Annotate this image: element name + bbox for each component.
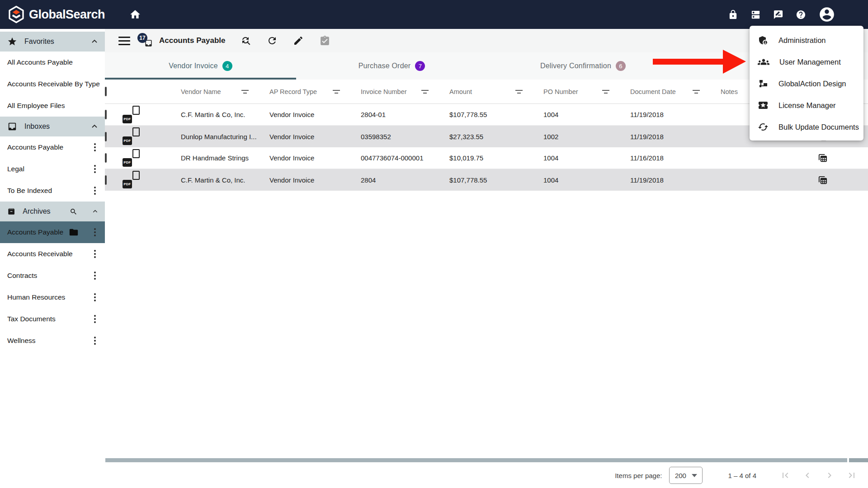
sidebar-item-archive-accounts-receivable[interactable]: Accounts Receivable — [0, 243, 105, 265]
cell-invoice-number: 2804 — [361, 176, 449, 184]
sidebar-item-archive-wellness[interactable]: Wellness — [0, 330, 105, 352]
cell-document-date: 11/19/2018 — [630, 176, 721, 184]
tab-vendor-invoice[interactable]: Vendor Invoice 4 — [105, 52, 296, 80]
tab-delivery-confirmation[interactable]: Delivery Confirmation 6 — [487, 52, 679, 80]
sidebar-section-favorites[interactable]: Favorites — [0, 32, 105, 52]
sidebar-item-archive-contracts[interactable]: Contracts — [0, 265, 105, 286]
page-range-label: 1 – 4 of 4 — [728, 472, 756, 479]
menu-item-label: Bulk Update Documents — [778, 123, 859, 131]
next-page-icon[interactable] — [824, 470, 835, 481]
kebab-menu-icon[interactable] — [90, 314, 100, 324]
cell-ap-record-type: Vendor Invoice — [269, 111, 361, 118]
chevron-up-icon[interactable] — [90, 122, 99, 131]
cell-po-number: 1004 — [543, 176, 630, 184]
license-ticket-icon — [758, 100, 769, 111]
column-header: Vendor Name — [181, 88, 221, 95]
sidebar-section-archives[interactable]: Archives — [0, 202, 105, 221]
menu-item-user-management[interactable]: User Management — [750, 51, 863, 73]
filter-icon[interactable] — [515, 90, 523, 94]
user-avatar-icon[interactable] — [818, 6, 835, 23]
row-checkbox[interactable] — [105, 110, 107, 119]
filter-icon[interactable] — [241, 90, 249, 94]
refresh-icon[interactable] — [267, 35, 278, 46]
kebab-menu-icon[interactable] — [90, 142, 100, 153]
kebab-menu-icon[interactable] — [90, 270, 100, 281]
kebab-menu-icon[interactable] — [90, 335, 100, 346]
cell-po-number: 1004 — [543, 111, 630, 118]
groups-icon — [758, 56, 769, 68]
table-view-icon[interactable] — [793, 175, 852, 185]
previous-page-icon[interactable] — [802, 470, 813, 481]
sidebar-item-archive-tax-documents[interactable]: Tax Documents — [0, 308, 105, 330]
storage-icon[interactable] — [750, 9, 761, 20]
row-checkbox[interactable] — [105, 153, 107, 163]
cell-amount: $27,323.55 — [449, 133, 543, 141]
sidebar-item-all-accounts-payable[interactable]: All Accounts Payable — [0, 52, 105, 73]
edit-icon[interactable] — [293, 35, 304, 46]
kebab-menu-icon[interactable] — [90, 292, 100, 303]
kebab-menu-icon[interactable] — [90, 164, 100, 174]
select-all-checkbox[interactable] — [105, 87, 107, 96]
inbox-badge[interactable]: 17 — [137, 33, 153, 48]
sidebar-item-archive-accounts-payable[interactable]: Accounts Payable — [0, 221, 105, 243]
sidebar-section-inboxes[interactable]: Inboxes — [0, 117, 105, 136]
sidebar-item-inbox-to-be-indexed[interactable]: To Be Indexed — [0, 180, 105, 202]
kebab-menu-icon[interactable] — [90, 227, 100, 238]
search-icon[interactable] — [70, 207, 77, 216]
last-page-icon[interactable] — [846, 470, 857, 481]
red-pointer-arrow — [651, 48, 747, 76]
chevron-up-icon[interactable] — [90, 38, 99, 46]
table-row[interactable]: PDF C.F. Martin & Co, Inc. Vendor Invoic… — [105, 169, 868, 191]
horizontal-scrollbar[interactable] — [105, 458, 847, 462]
column-header: Document Date — [630, 88, 676, 95]
items-per-page-select[interactable]: 200 — [669, 467, 703, 484]
sidebar-item-inbox-legal[interactable]: Legal — [0, 158, 105, 180]
row-checkbox[interactable] — [105, 175, 107, 185]
item-label: Accounts Receivable By Type — [7, 80, 100, 88]
home-icon[interactable] — [129, 9, 141, 20]
menu-item-label: GlobalAction Design — [778, 80, 846, 88]
menu-item-label: Administration — [778, 36, 826, 45]
sidebar-item-all-employee-files[interactable]: All Employee Files — [0, 95, 105, 117]
items-per-page-value: 200 — [675, 472, 686, 479]
table-row[interactable]: PDF DR Handmade Strings Vendor Invoice 0… — [105, 147, 868, 169]
menu-item-administration[interactable]: Administration — [750, 29, 863, 51]
top-header: GlobalSearch — [0, 0, 868, 29]
sidebar-item-accounts-receivable-by-type[interactable]: Accounts Receivable By Type — [0, 73, 105, 95]
menu-hamburger-icon[interactable] — [118, 37, 130, 45]
globalsearch-logo-icon — [7, 5, 25, 23]
table-view-icon[interactable] — [793, 153, 852, 163]
feedback-icon[interactable] — [773, 9, 783, 20]
item-label: All Employee Files — [7, 102, 65, 110]
row-checkbox[interactable] — [105, 132, 107, 141]
kebab-menu-icon[interactable] — [90, 185, 100, 196]
first-page-icon[interactable] — [780, 470, 791, 481]
filter-icon[interactable] — [333, 90, 340, 94]
sidebar-item-archive-human-resources[interactable]: Human Resources — [0, 286, 105, 308]
menu-item-globalaction-design[interactable]: GlobalAction Design — [750, 73, 863, 94]
cell-invoice-number: 0047736074-000001 — [361, 154, 449, 162]
tab-label: Delivery Confirmation — [540, 62, 611, 70]
menu-item-bulk-update-documents[interactable]: Bulk Update Documents — [750, 116, 863, 138]
cell-amount: $107,778.55 — [449, 176, 543, 184]
kebab-menu-icon[interactable] — [90, 249, 100, 259]
cell-vendor-name: DR Handmade Strings — [181, 154, 269, 162]
filter-icon[interactable] — [421, 90, 429, 94]
cell-invoice-number: 2804-01 — [361, 111, 449, 118]
section-title: Archives — [23, 207, 50, 216]
chevron-up-icon[interactable] — [92, 207, 99, 216]
help-icon[interactable] — [796, 9, 806, 20]
cell-invoice-number: 03598352 — [361, 133, 449, 141]
lock-icon[interactable] — [728, 9, 738, 20]
scrollbar-corner — [849, 458, 868, 462]
filter-icon[interactable] — [602, 90, 609, 94]
sidebar-item-inbox-accounts-payable[interactable]: Accounts Payable — [0, 136, 105, 158]
inbox-icon — [7, 122, 17, 131]
brand-logo[interactable]: GlobalSearch — [0, 5, 105, 23]
filter-icon[interactable] — [693, 90, 700, 94]
cell-amount: $107,778.55 — [449, 111, 543, 118]
tab-purchase-order[interactable]: Purchase Order 7 — [296, 52, 487, 80]
item-label: All Accounts Payable — [7, 58, 73, 66]
menu-item-license-manager[interactable]: License Manager — [750, 94, 863, 116]
find-replace-icon[interactable] — [241, 35, 251, 46]
